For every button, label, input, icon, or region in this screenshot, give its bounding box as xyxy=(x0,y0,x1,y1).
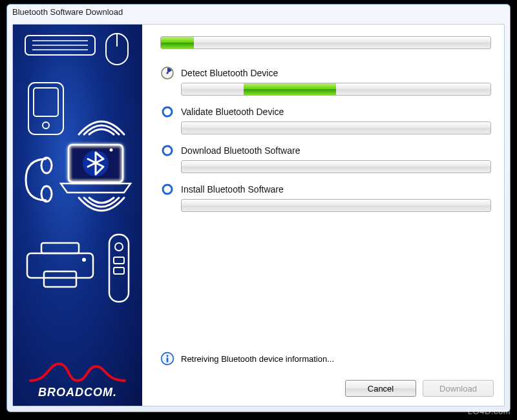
step-label: Install Bluetooth Software xyxy=(181,184,284,194)
svg-point-14 xyxy=(41,186,52,202)
brand-block: BROADCOM. xyxy=(13,361,142,399)
remote-icon xyxy=(107,233,131,304)
svg-point-24 xyxy=(166,72,168,74)
step-label: Detect Bluetooth Device xyxy=(181,68,278,78)
button-row: Cancel Download xyxy=(345,380,494,397)
status-message: Retreiving Bluetooth device information.… xyxy=(181,354,334,364)
svg-rect-21 xyxy=(114,257,124,264)
pending-circle-icon xyxy=(160,182,174,196)
cancel-button[interactable]: Cancel xyxy=(345,380,416,397)
svg-rect-22 xyxy=(114,268,124,274)
pending-circle-icon xyxy=(160,105,174,119)
svg-point-29 xyxy=(166,355,168,357)
step-progress-detect xyxy=(181,83,491,96)
download-button[interactable]: Download xyxy=(423,380,494,397)
svg-point-18 xyxy=(82,258,86,262)
radio-arcs-top-icon xyxy=(72,102,131,141)
step-label: Validate Bluetooth Device xyxy=(181,107,284,117)
svg-point-13 xyxy=(41,158,52,173)
svg-rect-16 xyxy=(27,253,93,278)
step-progress-validate xyxy=(181,121,491,134)
overall-progress-bar xyxy=(160,36,491,49)
overall-progress-fill xyxy=(161,37,194,48)
step-label: Download Bluetooth Software xyxy=(181,145,300,156)
svg-point-20 xyxy=(115,243,123,251)
step-progress-install xyxy=(181,199,491,212)
svg-point-8 xyxy=(43,122,49,129)
step-row-validate: Validate Bluetooth Device xyxy=(160,105,491,119)
main-panel: Detect Bluetooth Device Validate Bluetoo… xyxy=(142,25,504,406)
step-progress-fill xyxy=(244,83,336,95)
printer-icon xyxy=(25,242,96,291)
brand-name: BROADCOM. xyxy=(13,386,142,399)
window-titlebar[interactable]: Bluetooth Software Download xyxy=(7,5,510,24)
installer-window: Bluetooth Software Download xyxy=(6,4,511,412)
svg-rect-15 xyxy=(41,243,79,253)
brand-wave-icon xyxy=(29,361,126,383)
headset-icon xyxy=(21,154,56,205)
step-row-detect: Detect Bluetooth Device xyxy=(160,66,491,80)
keyboard-icon xyxy=(25,35,96,61)
pending-circle-icon xyxy=(160,143,174,158)
svg-point-25 xyxy=(163,107,172,116)
info-icon xyxy=(160,352,174,366)
laptop-bluetooth-icon xyxy=(57,141,134,196)
status-row: Retreiving Bluetooth device information.… xyxy=(160,352,334,366)
step-row-download: Download Bluetooth Software xyxy=(160,143,491,158)
clock-active-icon xyxy=(160,66,174,80)
svg-rect-7 xyxy=(34,88,58,116)
svg-point-27 xyxy=(163,185,172,194)
svg-rect-30 xyxy=(167,357,169,362)
svg-rect-17 xyxy=(44,271,76,287)
pda-icon xyxy=(27,81,65,136)
radio-arcs-bottom-icon xyxy=(72,194,131,230)
svg-point-26 xyxy=(163,146,172,155)
step-progress-download xyxy=(181,160,491,173)
sidebar-art: BROADCOM. xyxy=(13,25,142,406)
window-title: Bluetooth Software Download xyxy=(12,7,123,17)
client-area: BROADCOM. Detect Bluetooth Device xyxy=(12,24,505,406)
svg-point-12 xyxy=(110,149,113,152)
step-row-install: Install Bluetooth Software xyxy=(160,182,491,196)
mouse-icon xyxy=(105,32,129,66)
